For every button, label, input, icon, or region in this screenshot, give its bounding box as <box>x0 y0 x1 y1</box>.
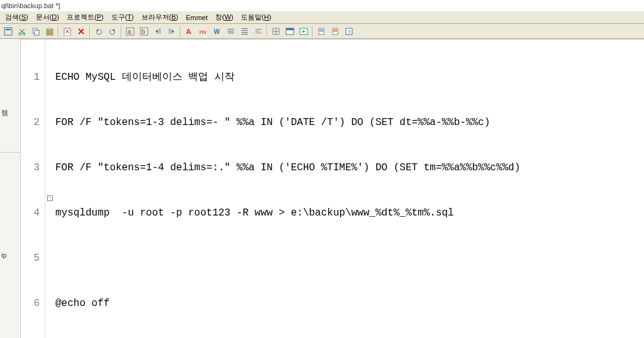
svg-rect-14 <box>158 31 161 31</box>
window-title: ql\bin\backup.bat *] <box>1 2 60 9</box>
svg-rect-31 <box>255 31 260 31</box>
ruler: ----+----1----+----2----+----3----+----4… <box>21 39 644 40</box>
toolbar-word-icon[interactable]: W <box>210 25 224 38</box>
svg-rect-25 <box>228 33 234 33</box>
sidebar-panel[interactable]: 램 ip <box>0 39 21 338</box>
svg-rect-6 <box>47 29 53 35</box>
menu-browser[interactable]: 브라우저(B) <box>138 11 182 23</box>
code-line: FOR /F "tokens=1-4 delims=:." %%a IN ('E… <box>55 160 644 175</box>
toolbar-paste-icon[interactable] <box>43 25 57 38</box>
toolbar-delete-icon[interactable] <box>60 25 74 38</box>
fold-gutter: − <box>45 40 54 338</box>
svg-text:W: W <box>214 28 220 35</box>
svg-rect-26 <box>242 28 248 29</box>
code-content[interactable]: ECHO MySQL 데이터베이스 백업 시작 FOR /F "tokens=1… <box>54 40 644 338</box>
menu-emmet[interactable]: Emmet <box>182 13 211 23</box>
toolbar-undo-icon[interactable] <box>92 25 106 38</box>
svg-rect-0 <box>4 28 12 35</box>
menu-tools[interactable]: 도구(T) <box>108 11 138 23</box>
line-number: 2 <box>21 115 40 130</box>
toolbar-btn-1[interactable] <box>1 25 15 38</box>
toolbar-grid-icon[interactable] <box>269 25 283 38</box>
menu-window[interactable]: 창(W) <box>211 11 237 23</box>
svg-rect-43 <box>333 30 337 30</box>
svg-rect-32 <box>255 33 262 33</box>
svg-rect-13 <box>158 29 161 30</box>
toolbar-separator <box>89 26 91 37</box>
svg-rect-17 <box>169 31 171 31</box>
code-line: FOR /F "tokens=1-3 delims=- " %%a IN ('D… <box>55 115 644 130</box>
toolbar-hex-icon[interactable]: Hx <box>196 25 210 38</box>
editor[interactable]: ----+----1----+----2----+----3----+----4… <box>21 39 644 338</box>
toolbar-indent-left-icon[interactable] <box>151 25 165 38</box>
code-line: ECHO MySQL 데이터베이스 백업 시작 <box>55 70 644 85</box>
svg-rect-30 <box>255 29 262 30</box>
svg-text:Hx: Hx <box>199 29 206 35</box>
code-line: @echo off <box>55 296 644 311</box>
toolbar-separator <box>267 26 268 37</box>
toolbar-doc1-icon[interactable] <box>314 25 328 38</box>
svg-rect-7 <box>48 28 51 30</box>
toolbar-run-icon[interactable] <box>297 25 311 38</box>
toolbar-btn-a[interactable]: a <box>123 25 137 38</box>
toolbar-lines2-icon[interactable] <box>238 25 252 38</box>
svg-rect-24 <box>228 31 234 31</box>
code-area[interactable]: 1 2 3 4 5 6 7 8 9 − ECHO MySQL 데이터베이스 백업… <box>21 40 644 338</box>
toolbar-separator <box>312 26 313 37</box>
titlebar: ql\bin\backup.bat *] <box>0 0 644 11</box>
svg-rect-1 <box>6 29 11 30</box>
svg-rect-29 <box>242 34 248 35</box>
toolbar-lines1-icon[interactable] <box>224 25 238 38</box>
sidebar-label-2: ip <box>1 251 7 259</box>
line-number: 3 <box>21 160 40 175</box>
svg-text:b: b <box>142 28 145 35</box>
sidebar-label-1: 램 <box>1 108 8 117</box>
svg-text:↕: ↕ <box>190 30 192 35</box>
toolbar-btn-b[interactable]: b <box>137 25 151 38</box>
line-number: 4 <box>21 205 40 221</box>
code-line <box>55 251 644 266</box>
svg-text:a: a <box>128 28 131 35</box>
svg-rect-27 <box>242 30 248 31</box>
svg-rect-18 <box>169 33 171 33</box>
toolbar-font-icon[interactable]: A↕ <box>182 25 196 38</box>
toolbar-separator <box>58 26 59 37</box>
toolbar-redo-icon[interactable] <box>106 25 119 38</box>
toolbar-doc2-icon[interactable] <box>328 25 342 38</box>
svg-text:?: ? <box>348 29 351 35</box>
toolbar-cut-icon[interactable] <box>15 25 29 38</box>
line-number: 1 <box>21 70 40 85</box>
svg-rect-28 <box>242 32 248 33</box>
line-number-gutter: 1 2 3 4 5 6 7 8 9 <box>21 40 45 338</box>
svg-rect-23 <box>228 29 234 30</box>
menu-document[interactable]: 문서(D) <box>32 11 63 23</box>
toolbar-close-icon[interactable] <box>74 25 88 38</box>
menu-help[interactable]: 도움말(H) <box>237 11 275 23</box>
toolbar: a b A↕ Hx W ? <box>0 24 644 39</box>
svg-rect-41 <box>319 31 323 31</box>
menu-search[interactable]: 검색(S) <box>1 11 32 23</box>
svg-rect-37 <box>286 28 294 30</box>
toolbar-help-icon[interactable]: ? <box>342 25 356 38</box>
toolbar-copy-icon[interactable] <box>29 25 43 38</box>
toolbar-lines3-icon[interactable] <box>252 25 265 38</box>
line-number: 5 <box>21 251 40 266</box>
line-number: 6 <box>21 296 40 311</box>
fold-toggle[interactable]: − <box>45 190 54 205</box>
svg-rect-8 <box>64 28 70 36</box>
svg-rect-40 <box>319 30 323 30</box>
menu-project[interactable]: 프로젝트(P) <box>63 11 108 23</box>
main-area: 램 ip ----+----1----+----2----+----3----+… <box>0 39 644 338</box>
toolbar-separator <box>121 26 122 37</box>
svg-rect-44 <box>333 31 337 31</box>
toolbar-separator <box>180 26 181 37</box>
toolbar-table-icon[interactable] <box>283 25 297 38</box>
svg-rect-5 <box>35 30 39 35</box>
menubar[interactable]: 검색(S) 문서(D) 프로젝트(P) 도구(T) 브라우저(B) Emmet … <box>0 11 644 24</box>
svg-rect-16 <box>169 29 171 30</box>
code-line: mysqldump -u root -p root123 -R www > e:… <box>55 205 644 221</box>
svg-rect-15 <box>158 33 161 33</box>
sidebar-divider <box>0 152 20 153</box>
toolbar-indent-right-icon[interactable] <box>165 25 179 38</box>
